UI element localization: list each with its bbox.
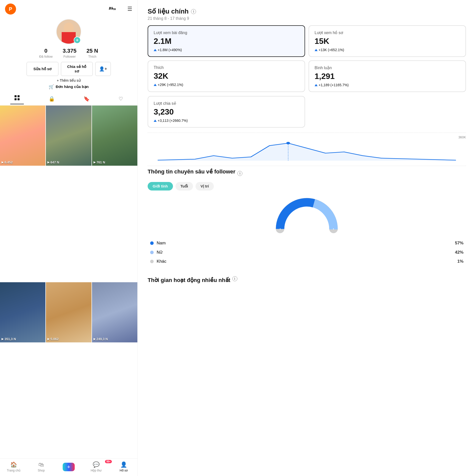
- video-count-3: ▶ 761 N: [93, 160, 105, 164]
- tab-bookmark[interactable]: 🔖: [79, 94, 94, 104]
- video-grid: ▶ 6.452 ▶ 647 N ▶ 761 N ▶ 351,3 N ▶: [0, 106, 137, 458]
- top-right-icons: 𝑩𝒉₉₉ ☰: [109, 5, 132, 13]
- add-avatar-button[interactable]: +: [74, 37, 81, 44]
- top-bar: P 𝑩𝒉₉₉ ☰: [0, 0, 137, 17]
- metric-value-shares: 3,230: [154, 107, 299, 117]
- legend-row-khac: Khác 1%: [150, 259, 463, 264]
- tab-lock[interactable]: 🔒: [45, 94, 59, 104]
- legend-left-nam: Nam: [150, 241, 166, 246]
- metric-value-comments: 1,291: [315, 72, 460, 81]
- share-profile-button[interactable]: Chia sẻ hồ sơ: [61, 62, 93, 76]
- stat-follow: 0 Đã follow: [39, 48, 52, 58]
- legend-row-nu: Nữ 42%: [150, 250, 463, 255]
- metric-title-views: Lượt xem bài đăng: [154, 30, 299, 35]
- nav-create[interactable]: +: [55, 463, 82, 471]
- metrics-grid: Lượt xem bài đăng 2.1M +1.8M (+490%) Lượ…: [148, 25, 466, 92]
- arrow-up-icon-2: [315, 49, 318, 51]
- metric-card-shares[interactable]: Lượt chia sẻ 3,230 +3,113 (+2660.7%): [148, 96, 305, 128]
- play-icon-2: ▶: [47, 161, 49, 164]
- likes-label: Thích: [88, 55, 97, 58]
- video-count-2: ▶ 647 N: [47, 160, 59, 164]
- tab-grid[interactable]: [10, 93, 24, 104]
- nav-shop-label: Shop: [38, 469, 45, 472]
- video-thumb-4[interactable]: ▶ 351,3 N: [0, 282, 45, 342]
- edit-profile-button[interactable]: Sửa hồ sơ: [27, 62, 58, 76]
- play-icon-5: ▶: [47, 337, 49, 341]
- nav-inbox-label: Hộp thư: [91, 469, 102, 472]
- metric-card-profile-views[interactable]: Lượt xem hồ sơ 15K +13K (+652.1%): [309, 25, 466, 57]
- order-row[interactable]: 🛒 Đơn hàng của bạn: [49, 84, 88, 89]
- donut-chart-wrap: [148, 196, 466, 236]
- metric-title-comments: Bình luận: [315, 65, 460, 70]
- nav-shop[interactable]: 🛍 Shop: [28, 461, 55, 472]
- metric-value-profile-views: 15K: [315, 37, 460, 46]
- filter-tab-location[interactable]: Vị trí: [196, 182, 214, 191]
- left-panel: P 𝑩𝒉₉₉ ☰ + 0: [0, 0, 138, 476]
- likes-count: 25 N: [86, 48, 98, 54]
- filter-tab-gender[interactable]: Giới tính: [148, 182, 173, 191]
- metric-card-comments[interactable]: Bình luận 1,291 +1,189 (+1165.7%): [309, 60, 466, 92]
- video-thumb-2[interactable]: ▶ 647 N: [46, 106, 91, 166]
- nav-inbox[interactable]: 💬 99+ Hộp thư: [82, 461, 110, 472]
- divider-1: [148, 133, 466, 133]
- svg-rect-3: [15, 98, 17, 100]
- legend-left-khac: Khác: [150, 259, 166, 264]
- legend-pct-khac: 1%: [457, 259, 463, 264]
- nav-profile-label: Hồ sơ: [120, 469, 128, 472]
- play-icon-6: ▶: [93, 337, 96, 341]
- activity-info-icon[interactable]: ℹ: [232, 276, 237, 281]
- nav-home-label: Trang chủ: [7, 469, 21, 472]
- create-button[interactable]: +: [63, 463, 75, 471]
- avatar-wrap: +: [56, 19, 81, 44]
- stat-likes: 25 N Thích: [86, 48, 98, 58]
- follower-label: Follower: [63, 55, 76, 58]
- nav-home[interactable]: 🏠 Trang chủ: [0, 461, 28, 472]
- main-title-row: Số liệu chính ℹ: [148, 8, 466, 15]
- follower-title-row: Thông tin chuyên sâu về follower ℹ: [148, 168, 466, 178]
- video-count-5: ▶ 5.062: [47, 337, 59, 341]
- profile-section: + 0 Đã follow 3.375 Follower 25 N Thích …: [0, 17, 137, 92]
- gender-legend: Nam 57% Nữ 42% Khác 1%: [148, 241, 466, 264]
- play-icon-3: ▶: [93, 161, 96, 164]
- arrow-up-icon-4: [315, 84, 318, 86]
- order-label: Đơn hàng của bạn: [56, 84, 88, 89]
- stats-row: 0 Đã follow 3.375 Follower 25 N Thích: [39, 44, 98, 59]
- video-thumb-3[interactable]: ▶ 761 N: [92, 106, 137, 166]
- activity-section-title: Thời gian hoạt động nhiều nhất: [148, 277, 230, 283]
- filter-tab-age[interactable]: Tuổi: [175, 182, 193, 191]
- metric-card-views[interactable]: Lượt xem bài đăng 2.1M +1.8M (+490%): [148, 25, 305, 57]
- tab-heart[interactable]: ♡: [115, 94, 127, 104]
- metric-card-likes[interactable]: Thích 32K +29K (+952.1%): [148, 60, 305, 92]
- dot-nam: [150, 241, 154, 245]
- bottom-nav: 🏠 Trang chủ 🛍 Shop + 💬 99+ Hộp thư 👤 Hồ …: [0, 458, 137, 476]
- metric-change-comments: +1,189 (+1165.7%): [315, 83, 460, 87]
- video-count-6: ▶ 249,3 N: [93, 337, 108, 341]
- add-friend-button[interactable]: 👤+: [95, 62, 111, 76]
- legend-row-nam: Nam 57%: [150, 241, 463, 246]
- legend-left-nu: Nữ: [150, 250, 162, 255]
- add-bio-button[interactable]: + Thêm tiểu sử: [57, 78, 80, 82]
- play-icon-4: ▶: [2, 337, 4, 341]
- home-icon: 🏠: [10, 461, 17, 468]
- dot-khac: [150, 260, 154, 263]
- video-thumb-1[interactable]: ▶ 6.452: [0, 106, 45, 166]
- video-thumb-5[interactable]: ▶ 5.062: [46, 282, 91, 342]
- legend-pct-nam: 57%: [455, 241, 463, 246]
- metric-value-likes: 32K: [154, 71, 299, 81]
- section-info-icon[interactable]: ℹ: [191, 9, 196, 14]
- nav-profile[interactable]: 👤 Hồ sơ: [110, 461, 137, 472]
- metric-change-likes: +29K (+952.1%): [154, 83, 299, 87]
- metric-title-likes: Thích: [154, 65, 299, 70]
- chart-area: [148, 141, 466, 161]
- date-range: 21 tháng 8 - 17 tháng 9: [148, 16, 466, 21]
- stat-follower: 3.375 Follower: [63, 48, 76, 58]
- profile-p-icon[interactable]: P: [5, 4, 16, 15]
- menu-icon[interactable]: ☰: [127, 6, 132, 12]
- svg-text:𝑩𝒉₉₉: 𝑩𝒉₉₉: [109, 6, 116, 10]
- svg-rect-4: [18, 98, 20, 100]
- metric-title-shares: Lượt chia sẻ: [154, 101, 299, 106]
- follower-info-icon[interactable]: ℹ: [237, 171, 242, 176]
- svg-rect-2: [18, 95, 20, 97]
- metric-value-views: 2.1M: [154, 37, 299, 46]
- video-thumb-6[interactable]: ▶ 249,3 N: [92, 282, 137, 342]
